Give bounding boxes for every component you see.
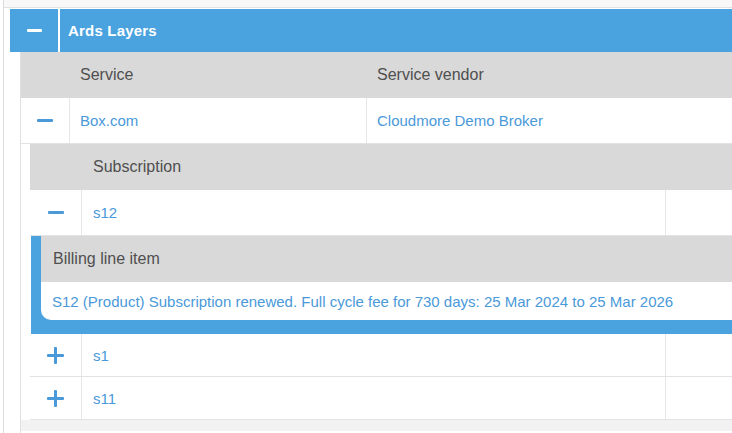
service-link[interactable]: Box.com bbox=[80, 112, 138, 129]
collapse-subscription-button[interactable] bbox=[30, 190, 81, 235]
plus-icon bbox=[47, 390, 64, 407]
page-top-strip bbox=[4, 0, 732, 8]
plus-icon bbox=[47, 347, 64, 364]
subscription-empty-cell bbox=[666, 334, 732, 376]
billing-line-item-link[interactable]: S12 (Product) Subscription renewed. Full… bbox=[52, 293, 673, 310]
service-table-header-row: Service Service vendor bbox=[21, 52, 732, 98]
subscription-expander-cell bbox=[30, 190, 82, 235]
subscription-link[interactable]: s11 bbox=[93, 390, 116, 407]
subscription-name-cell: s11 bbox=[82, 377, 666, 419]
service-vendor-link[interactable]: Cloudmore Demo Broker bbox=[377, 112, 543, 129]
billing-layers-panel: Ards Layers Service Service vendor Box.c… bbox=[0, 0, 732, 433]
panel-title: Ards Layers bbox=[60, 9, 157, 52]
service-row-boxcom: Box.com Cloudmore Demo Broker bbox=[21, 98, 732, 144]
subscription-empty-cell bbox=[666, 190, 732, 235]
empty-column-header bbox=[666, 144, 732, 190]
panel-left-edge bbox=[3, 0, 4, 433]
expand-subscription-button[interactable] bbox=[30, 377, 81, 419]
expand-subscription-button[interactable] bbox=[30, 334, 81, 376]
subscription-empty-cell bbox=[666, 377, 732, 419]
service-name-cell: Box.com bbox=[70, 98, 367, 143]
subscription-row-s11: s11 bbox=[30, 377, 732, 420]
billing-line-item-row: S12 (Product) Subscription renewed. Full… bbox=[41, 282, 732, 320]
subscription-table-header-row: Subscription bbox=[30, 144, 732, 190]
billing-line-item-header: Billing line item bbox=[41, 236, 732, 282]
subscription-link[interactable]: s12 bbox=[93, 204, 117, 221]
subscription-expander-cell bbox=[30, 377, 82, 419]
subscription-name-cell: s12 bbox=[82, 190, 666, 235]
service-expander-cell bbox=[21, 98, 70, 143]
service-vendor-cell: Cloudmore Demo Broker bbox=[367, 98, 732, 143]
minus-icon bbox=[48, 211, 64, 214]
service-column-header: Service bbox=[70, 52, 367, 98]
minus-icon bbox=[37, 119, 53, 122]
subscription-row-s1: s1 bbox=[30, 334, 732, 377]
subscription-expander-cell bbox=[30, 334, 82, 376]
service-vendor-column-header: Service vendor bbox=[367, 52, 732, 98]
subscription-table: Subscription s12 Billing line item S1 bbox=[30, 144, 732, 420]
collapse-service-button[interactable] bbox=[21, 98, 69, 143]
ards-layers-collapse-button[interactable] bbox=[10, 9, 58, 52]
table-bottom-filler bbox=[21, 420, 732, 431]
subscription-column-header: Subscription bbox=[82, 144, 666, 190]
subscription-link[interactable]: s1 bbox=[93, 347, 109, 364]
expander-column-spacer bbox=[30, 144, 82, 190]
service-table: Service Service vendor Box.com Cloudmore… bbox=[20, 52, 732, 433]
billing-line-item-table: Billing line item S12 (Product) Subscrip… bbox=[31, 236, 732, 334]
ards-layers-header: Ards Layers bbox=[10, 9, 732, 52]
subscription-row-s12: s12 bbox=[30, 190, 732, 236]
subscription-name-cell: s1 bbox=[82, 334, 666, 376]
minus-icon bbox=[27, 29, 42, 32]
expander-column-spacer bbox=[21, 52, 70, 98]
